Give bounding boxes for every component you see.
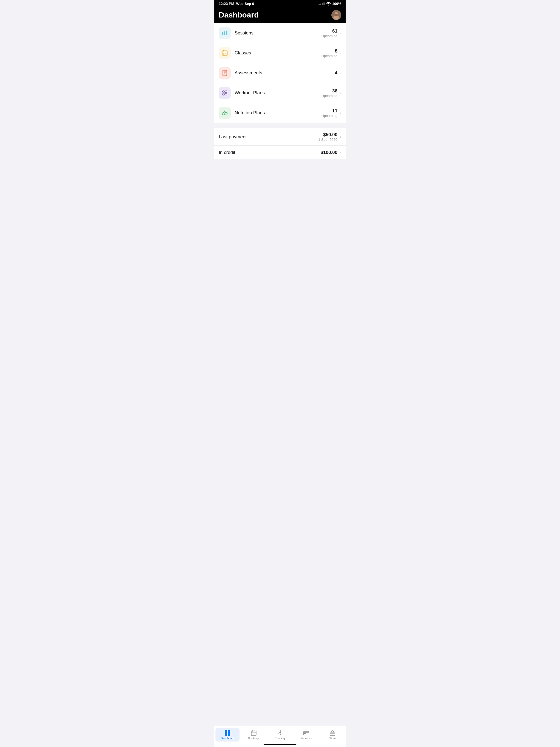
tab-store[interactable]: Store [320, 728, 346, 742]
battery-level: 100% [332, 2, 341, 6]
content: Sessions 61 Upcoming › Classes [214, 23, 346, 747]
assessments-icon [222, 70, 228, 76]
svg-point-20 [223, 91, 225, 93]
tab-dashboard[interactable]: Dashboard [214, 728, 240, 742]
svg-rect-33 [251, 731, 256, 736]
last-payment-amount: $50.00 [323, 132, 337, 137]
workout-plans-label: Workout Plans [235, 90, 321, 96]
workout-plans-icon [222, 90, 228, 96]
workout-plans-right: 36 Upcoming [321, 88, 337, 98]
svg-rect-40 [304, 733, 306, 734]
svg-rect-38 [304, 731, 309, 735]
classes-subtitle: Upcoming [321, 54, 337, 58]
assessments-row[interactable]: Assessments 4 › [214, 63, 346, 83]
in-credit-right: $100.00 [321, 150, 337, 155]
tab-store-label: Store [329, 737, 336, 740]
svg-rect-12 [223, 53, 225, 54]
status-right: 100% [319, 2, 341, 6]
nutrition-plans-count: 11 [332, 108, 337, 114]
nutrition-plans-icon [222, 110, 228, 116]
tab-training-label: Training [275, 737, 285, 740]
svg-rect-41 [330, 732, 335, 736]
svg-rect-5 [224, 31, 225, 35]
workout-plans-row[interactable]: Workout Plans 36 Upcoming › [214, 83, 346, 103]
last-payment-date: 1 Sep, 2020 [318, 137, 337, 141]
svg-point-37 [280, 730, 281, 731]
last-payment-chevron: › [339, 134, 341, 140]
avatar[interactable] [331, 10, 341, 20]
svg-rect-4 [222, 32, 223, 35]
classes-icon-wrapper [219, 47, 231, 59]
status-bar: 12:23 PM Wed Sep 9 100% [214, 0, 346, 7]
tab-finances-label: Finances [301, 737, 312, 740]
svg-point-22 [223, 93, 225, 95]
nutrition-plans-row[interactable]: Nutrition Plans 11 Upcoming › [214, 103, 346, 123]
sessions-icon-wrapper [219, 27, 231, 39]
svg-point-26 [222, 112, 225, 115]
sessions-count: 61 [332, 28, 337, 34]
svg-rect-19 [223, 70, 227, 72]
sessions-subtitle: Upcoming [321, 34, 337, 38]
svg-point-2 [333, 16, 339, 20]
in-credit-amount: $100.00 [321, 150, 337, 155]
nutrition-plans-chevron: › [339, 110, 341, 116]
assessments-chevron: › [339, 70, 341, 76]
svg-point-27 [225, 112, 227, 115]
svg-rect-14 [223, 54, 225, 55]
tab-bar: Dashboard Bookings [214, 726, 346, 747]
svg-rect-6 [226, 31, 228, 35]
in-credit-label: In credit [219, 150, 321, 155]
tab-bookings[interactable]: Bookings [240, 728, 267, 742]
tab-training[interactable]: Training [267, 728, 293, 742]
nutrition-plans-label: Nutrition Plans [235, 110, 321, 115]
sessions-icon [222, 30, 228, 36]
bookings-tab-icon [251, 730, 257, 736]
assessments-right: 4 [335, 70, 337, 76]
sessions-right: 61 Upcoming [321, 28, 337, 38]
classes-row[interactable]: Classes 8 Upcoming › [214, 43, 346, 63]
tab-finances[interactable]: Finances [293, 728, 320, 742]
svg-point-3 [335, 14, 338, 16]
svg-rect-31 [225, 733, 227, 736]
workout-plans-subtitle: Upcoming [321, 94, 337, 98]
tab-bookings-label: Bookings [248, 737, 259, 740]
home-indicator [263, 744, 297, 745]
header: Dashboard [214, 7, 346, 23]
svg-rect-13 [225, 53, 226, 54]
payment-section: Last payment $50.00 1 Sep, 2020 › In cre… [214, 128, 346, 159]
workout-plans-chevron: › [339, 90, 341, 96]
sessions-chevron: › [339, 30, 341, 36]
dashboard-tab-icon [224, 730, 231, 736]
classes-count: 8 [335, 48, 337, 54]
finances-tab-icon [303, 730, 309, 736]
last-payment-right: $50.00 1 Sep, 2020 [318, 132, 337, 141]
assessments-count: 4 [335, 70, 337, 76]
svg-rect-29 [225, 730, 227, 733]
nutrition-plans-subtitle: Upcoming [321, 114, 337, 118]
signal-icon [319, 2, 325, 5]
svg-rect-32 [228, 733, 230, 736]
training-tab-icon [277, 730, 283, 736]
workout-plans-count: 36 [332, 88, 337, 94]
avatar-image [331, 10, 341, 20]
tab-dashboard-label: Dashboard [221, 737, 234, 740]
sessions-row[interactable]: Sessions 61 Upcoming › [214, 23, 346, 43]
workout-plans-icon-wrapper [219, 87, 231, 99]
dashboard-list: Sessions 61 Upcoming › Classes [214, 23, 346, 123]
assessments-label: Assessments [235, 70, 335, 76]
classes-icon [222, 50, 228, 56]
in-credit-row[interactable]: In credit $100.00 › [214, 146, 346, 159]
store-tab-icon [329, 730, 336, 736]
last-payment-label: Last payment [219, 134, 318, 140]
svg-point-23 [225, 93, 227, 95]
last-payment-row[interactable]: Last payment $50.00 1 Sep, 2020 › [214, 128, 346, 146]
svg-rect-30 [228, 730, 230, 733]
classes-chevron: › [339, 50, 341, 56]
status-time: 12:23 PM Wed Sep 9 [219, 2, 254, 6]
tab-dashboard-inner: Dashboard [215, 728, 240, 742]
sessions-label: Sessions [235, 30, 321, 36]
wifi-icon [326, 2, 331, 5]
classes-label: Classes [235, 50, 321, 56]
in-credit-chevron: › [339, 150, 341, 155]
classes-right: 8 Upcoming [321, 48, 337, 58]
